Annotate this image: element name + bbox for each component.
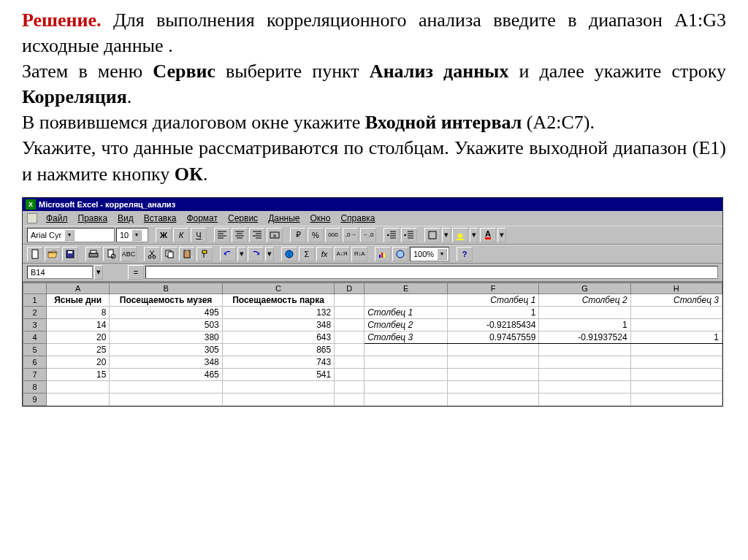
fill-color-dropdown[interactable]: ▾ bbox=[470, 228, 478, 242]
percent-button[interactable]: % bbox=[308, 228, 324, 242]
cell[interactable]: 1 bbox=[539, 318, 630, 331]
merge-center-button[interactable]: a bbox=[267, 228, 283, 242]
increase-decimal-button[interactable]: ,0→ bbox=[343, 228, 359, 242]
col-header-B[interactable]: B bbox=[110, 283, 222, 294]
cell[interactable] bbox=[630, 380, 722, 393]
menu-help[interactable]: Справка bbox=[336, 212, 379, 224]
cell[interactable]: Столбец 2 bbox=[365, 318, 448, 331]
format-painter-button[interactable] bbox=[196, 247, 213, 261]
cell[interactable] bbox=[335, 331, 365, 343]
zoom-combo[interactable]: 100%▾ bbox=[410, 247, 449, 261]
align-right-button[interactable] bbox=[249, 228, 265, 242]
hyperlink-button[interactable] bbox=[281, 247, 297, 261]
cell[interactable]: 743 bbox=[222, 356, 334, 368]
increase-indent-button[interactable] bbox=[401, 228, 417, 242]
cell[interactable] bbox=[365, 393, 448, 405]
sort-asc-button[interactable]: А↓Я bbox=[334, 247, 350, 261]
cell[interactable] bbox=[365, 356, 448, 368]
borders-button[interactable] bbox=[424, 228, 440, 242]
cell[interactable]: 25 bbox=[46, 343, 110, 356]
menu-view[interactable]: Вид bbox=[113, 212, 138, 224]
col-header-G[interactable]: G bbox=[539, 283, 630, 294]
open-button[interactable] bbox=[45, 247, 61, 261]
cell[interactable]: 305 bbox=[110, 343, 222, 356]
cell[interactable]: 0.97457559 bbox=[448, 331, 539, 343]
col-header-F[interactable]: F bbox=[448, 283, 539, 294]
cell[interactable]: 643 bbox=[222, 331, 334, 343]
spellcheck-button[interactable]: ABC bbox=[121, 247, 137, 261]
cell[interactable] bbox=[46, 393, 110, 405]
save-button[interactable] bbox=[62, 247, 78, 261]
cell[interactable]: 15 bbox=[46, 368, 110, 380]
cell[interactable] bbox=[365, 343, 448, 356]
cell[interactable]: 495 bbox=[110, 306, 222, 318]
redo-dropdown[interactable]: ▾ bbox=[265, 247, 274, 261]
row-header-6[interactable]: 6 bbox=[23, 356, 47, 368]
cell[interactable]: 465 bbox=[110, 368, 222, 380]
cell[interactable]: -0.91937524 bbox=[539, 331, 630, 343]
cell[interactable] bbox=[222, 380, 334, 393]
bold-button[interactable]: Ж bbox=[156, 228, 172, 242]
cell[interactable]: Ясные дни bbox=[46, 294, 110, 306]
cell[interactable]: 541 bbox=[222, 368, 334, 380]
menu-file[interactable]: Файл bbox=[42, 212, 72, 224]
cell[interactable]: 380 bbox=[110, 331, 222, 343]
menu-edit[interactable]: Правка bbox=[74, 212, 112, 224]
cell[interactable]: 14 bbox=[46, 318, 110, 331]
cell[interactable]: -0.92185434 bbox=[448, 318, 539, 331]
cell[interactable] bbox=[335, 343, 365, 356]
underline-button[interactable]: Ч bbox=[191, 228, 207, 242]
cell[interactable] bbox=[448, 380, 539, 393]
row-header-7[interactable]: 7 bbox=[23, 368, 47, 380]
new-button[interactable] bbox=[27, 247, 43, 261]
row-header-4[interactable]: 4 bbox=[23, 331, 47, 343]
font-color-dropdown[interactable]: ▾ bbox=[497, 228, 506, 242]
cell[interactable]: 503 bbox=[110, 318, 222, 331]
cell[interactable] bbox=[110, 380, 222, 393]
copy-button[interactable] bbox=[161, 247, 178, 261]
cell[interactable] bbox=[335, 294, 365, 306]
align-center-button[interactable] bbox=[232, 228, 248, 242]
cell[interactable] bbox=[630, 356, 722, 368]
cell[interactable] bbox=[448, 368, 539, 380]
cell[interactable] bbox=[539, 343, 630, 356]
print-preview-button[interactable] bbox=[103, 247, 119, 261]
menu-service[interactable]: Сервис bbox=[224, 212, 262, 224]
fill-color-button[interactable] bbox=[452, 228, 468, 242]
autosum-button[interactable]: Σ bbox=[299, 247, 315, 261]
cell[interactable] bbox=[539, 393, 630, 405]
cell[interactable] bbox=[539, 368, 630, 380]
col-header-D[interactable]: D bbox=[335, 283, 365, 294]
cell[interactable] bbox=[335, 318, 365, 331]
cell[interactable] bbox=[365, 368, 448, 380]
cell[interactable] bbox=[630, 343, 722, 356]
cell[interactable]: Столбец 3 bbox=[630, 294, 722, 306]
redo-button[interactable] bbox=[248, 247, 264, 261]
col-header-A[interactable]: A bbox=[46, 283, 110, 294]
thousands-button[interactable]: 000 bbox=[325, 228, 341, 242]
cell[interactable]: Столбец 1 bbox=[365, 306, 448, 318]
cell[interactable]: 1 bbox=[448, 306, 539, 318]
font-name-combo[interactable]: Arial Cyr▾ bbox=[27, 228, 115, 242]
formula-input[interactable] bbox=[145, 266, 718, 279]
col-header-H[interactable]: H bbox=[630, 283, 722, 294]
decrease-indent-button[interactable] bbox=[383, 228, 400, 242]
menu-format[interactable]: Формат bbox=[182, 212, 222, 224]
chart-wizard-button[interactable] bbox=[375, 247, 391, 261]
map-button[interactable] bbox=[392, 247, 408, 261]
cell[interactable] bbox=[335, 368, 365, 380]
cell[interactable] bbox=[222, 393, 334, 405]
font-color-button[interactable]: A bbox=[480, 228, 496, 242]
cell[interactable] bbox=[448, 343, 539, 356]
cut-button[interactable] bbox=[144, 247, 160, 261]
row-header-9[interactable]: 9 bbox=[23, 393, 47, 405]
cell[interactable] bbox=[448, 393, 539, 405]
function-button[interactable]: fx bbox=[316, 247, 332, 261]
cell[interactable]: 348 bbox=[222, 318, 334, 331]
cell[interactable]: Посещаемость парка bbox=[222, 294, 334, 306]
cell[interactable]: 348 bbox=[110, 356, 222, 368]
cell[interactable]: Столбец 2 bbox=[539, 294, 630, 306]
cell[interactable] bbox=[365, 380, 448, 393]
cell[interactable]: 132 bbox=[222, 306, 334, 318]
row-header-2[interactable]: 2 bbox=[23, 306, 47, 318]
